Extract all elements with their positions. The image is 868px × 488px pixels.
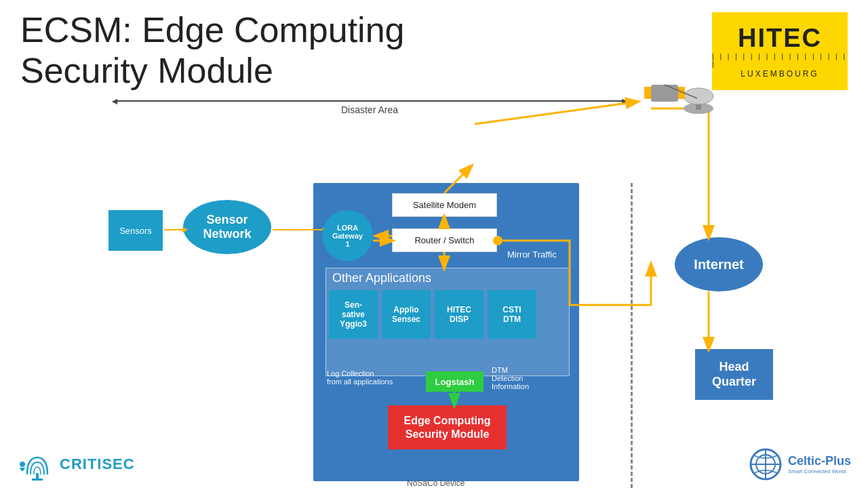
app-applio: ApplioSensec — [382, 290, 431, 339]
router-dot — [493, 236, 502, 245]
sensor-network-label: SensorNetwork — [203, 213, 251, 241]
dtm-detection-label: DTMDetectionInformation — [492, 366, 566, 390]
celtic-tagline: Smart Connected World — [788, 468, 851, 474]
critisec-logo: CRITISEC — [17, 447, 135, 481]
ecsm-box: Edge ComputingSecurity Module — [388, 405, 507, 449]
hitec-sub: LUXEMBOURG — [741, 69, 818, 79]
sensors-label: Sensors — [119, 226, 152, 236]
title-line2: Security Module — [20, 51, 405, 92]
hq-label: HeadQuarter — [712, 360, 756, 389]
title-line1: ECSM: Edge Computing — [20, 10, 405, 51]
satellite-modem-label: Satellite Modem — [413, 200, 476, 210]
other-apps-label: Other Applications — [332, 271, 431, 285]
satellite-modem-box: Satellite Modem — [392, 193, 497, 217]
internet-cloud: Internet — [675, 237, 763, 291]
logstash-label: Logstash — [435, 377, 475, 387]
disaster-area: Disaster Area — [115, 100, 624, 115]
app-sensative: Sen-sativeYggio3 — [329, 290, 378, 339]
critisec-text: CRITISEC — [60, 455, 135, 473]
hitec-logo: HITEC | | | | | | | | | | | | | | | | | … — [712, 12, 848, 90]
internet-label: Internet — [694, 257, 743, 272]
hitec-brand: HITEC — [738, 24, 822, 53]
app-hitec: HITECDISP — [435, 290, 484, 339]
celtic-c: C — [788, 454, 797, 468]
arrow-network-to-lora — [273, 229, 323, 230]
log-collection-label: Log Collectionfrom all applications — [327, 369, 415, 386]
ecsm-label: Edge ComputingSecurity Module — [404, 414, 491, 440]
svg-point-10 — [684, 88, 713, 104]
nosaco-label: NoSaCo Device — [407, 479, 465, 488]
svg-rect-11 — [651, 85, 678, 102]
svg-rect-16 — [32, 479, 43, 481]
sensor-network: SensorNetwork — [183, 200, 271, 254]
hq-box: HeadQuarter — [695, 349, 773, 400]
page-title: ECSM: Edge Computing Security Module — [20, 10, 405, 92]
satellite-image — [644, 61, 726, 125]
logstash-box: Logstash — [426, 371, 484, 392]
router-switch-label: Router / Switch — [414, 235, 474, 245]
lora-label: LORAGateway1 — [332, 224, 363, 248]
celtic-plus-logo: Celtic-Plus Smart Connected World — [747, 447, 851, 481]
arrow-sensors-to-network — [164, 229, 183, 230]
lora-gateway: LORAGateway1 — [322, 210, 373, 261]
disaster-arrow — [115, 100, 624, 102]
svg-rect-12 — [644, 87, 651, 99]
celtic-rest: eltic-Plus — [797, 454, 851, 468]
mirror-traffic-label: Mirror Traffic — [507, 249, 557, 260]
svg-point-17 — [20, 462, 25, 467]
disaster-label: Disaster Area — [341, 104, 398, 115]
app-csti: CSTIDTM — [488, 290, 536, 339]
router-switch-box: Router / Switch — [392, 228, 497, 252]
hitec-dots: | | | | | | | | | | | | | | | | | | | — [712, 53, 848, 68]
sensors-block: Sensors — [108, 210, 163, 251]
dashed-separator — [631, 183, 633, 488]
